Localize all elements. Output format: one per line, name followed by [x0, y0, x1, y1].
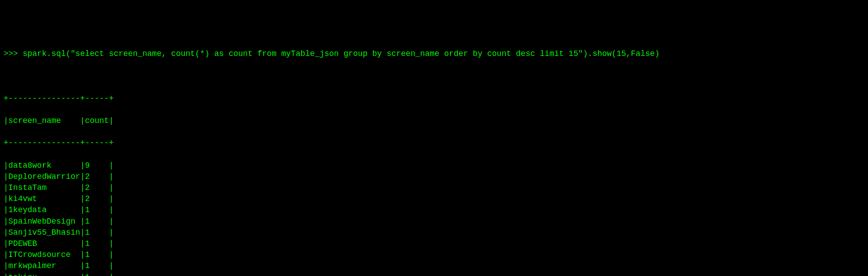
table-row: |PDEWEB |1 |	[4, 238, 864, 249]
table-row: |InstaTam |2 |	[4, 182, 864, 193]
table-row: |tekiru |1 |	[4, 272, 864, 276]
prompt: >>>	[4, 49, 23, 58]
table-border-top: +---------------+-----+	[4, 93, 864, 104]
table-body: |data8work |9 ||DeploredWarrior|2 ||Inst…	[4, 160, 864, 276]
command-text: spark.sql("select screen_name, count(*) …	[23, 49, 660, 58]
table-row: |ki4vwt |2 |	[4, 193, 864, 205]
table-row: |Sanjiv55_Bhasin|1 |	[4, 227, 864, 238]
table-row: |DeploredWarrior|2 |	[4, 171, 864, 182]
table-row: |mrkwpalmer |1 |	[4, 260, 864, 272]
table-row: |SpainWebDesign |1 |	[4, 216, 864, 227]
command-line[interactable]: >>> spark.sql("select screen_name, count…	[4, 48, 864, 59]
table-header: |screen_name |count|	[4, 115, 864, 126]
table-row: |data8work |9 |	[4, 160, 864, 171]
table-row: |1keydata |1 |	[4, 205, 864, 216]
blank-line	[4, 71, 864, 82]
table-border-mid: +---------------+-----+	[4, 138, 864, 149]
table-row: |ITCrowdsource |1 |	[4, 249, 864, 260]
